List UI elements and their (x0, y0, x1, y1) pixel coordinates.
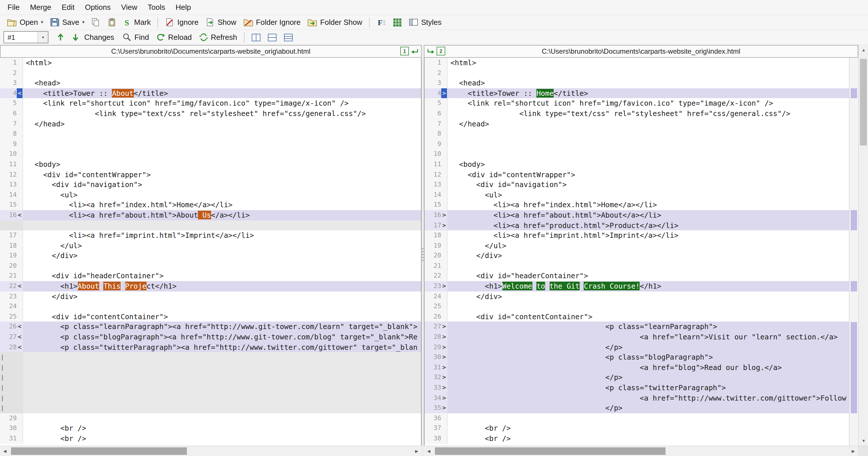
filter-button[interactable]: F (373, 15, 389, 29)
scroll-up-icon[interactable]: ▲ (859, 45, 868, 55)
menu-help[interactable]: Help (170, 1, 196, 14)
code-line[interactable]: 7 </head> (425, 119, 849, 129)
scroll-right-icon[interactable]: ▶ (412, 446, 422, 456)
layout-horizontal-button[interactable] (264, 30, 280, 44)
combo-dropdown-icon[interactable]: ▾ (37, 32, 48, 43)
code-line[interactable]: 4< <title>Tower :: About</title> (0, 88, 421, 98)
code-line[interactable]: 26 <div id="contentContainer"> (425, 312, 849, 322)
code-line[interactable]: 9 (425, 139, 849, 149)
code-line[interactable]: 38 <br /> (425, 433, 849, 444)
code-line[interactable]: 16< <li><a href="about.html">About Us</a… (0, 210, 421, 220)
right-file-header[interactable]: 2 C:\Users\brunobrito\Documents\carparts… (424, 45, 858, 58)
vertical-scrollbar[interactable]: ▲ ▼ (858, 45, 868, 446)
menu-options[interactable]: Options (80, 1, 116, 14)
right-horizontal-scrollbar[interactable]: ◀ ▶ (424, 446, 858, 456)
show-button[interactable]: Show (202, 15, 240, 29)
code-line[interactable]: 9 (0, 139, 421, 149)
code-line[interactable]: 14 <ul> (425, 190, 849, 200)
code-line[interactable]: 1<html> (0, 58, 421, 68)
code-line[interactable]: 2 (425, 68, 849, 78)
code-line[interactable]: 3 <head> (425, 78, 849, 88)
right-editor-pane[interactable]: 1<html>23 <head>4> <title>Tower :: Home<… (424, 58, 849, 446)
code-line[interactable]: 4> <title>Tower :: Home</title> (425, 88, 849, 98)
vscroll-thumb[interactable] (860, 59, 867, 145)
code-line[interactable]: 2 (0, 68, 421, 78)
code-line[interactable]: 21 (425, 261, 849, 271)
code-line[interactable]: 13 <div id="navigation"> (0, 179, 421, 190)
find-button[interactable]: Find (119, 30, 153, 44)
code-line[interactable]: 8 (425, 129, 849, 139)
menu-file[interactable]: File (2, 1, 25, 14)
code-line[interactable]: 25 (425, 302, 849, 312)
left-hscroll-thumb[interactable] (11, 447, 187, 455)
code-line[interactable]: 3 <head> (0, 78, 421, 88)
left-file-header[interactable]: C:\Users\brunobrito\Documents\carparts-w… (0, 45, 422, 58)
next-change-button[interactable] (68, 30, 83, 44)
code-line[interactable]: 19 </div> (0, 251, 421, 261)
paste-button[interactable] (104, 15, 120, 29)
code-line[interactable]: 22< <h1>About This Project</h1> (0, 281, 421, 291)
code-line[interactable]: 1<html> (425, 58, 849, 68)
code-line[interactable]: 12 <div id="contentWrapper"> (0, 169, 421, 179)
code-line[interactable]: 5 <link rel="shortcut icon" href="img/fa… (0, 98, 421, 109)
gap-line[interactable]: | (0, 383, 421, 393)
code-line[interactable]: 17 <li><a href="imprint.html">Imprint</a… (0, 230, 421, 240)
code-line[interactable]: 15 <li><a href="index.html">Home</a></li… (425, 200, 849, 210)
pane-splitter[interactable] (422, 58, 424, 446)
styles-button[interactable]: Styles (405, 15, 445, 29)
scroll-down-icon[interactable]: ▼ (859, 436, 868, 446)
code-line[interactable]: 23> <h1>Welcome to the Git Crash Course!… (425, 281, 849, 291)
code-line[interactable]: 18 <li><a href="imprint.html">Imprint</a… (425, 230, 849, 240)
copy-button[interactable] (88, 15, 104, 29)
code-line[interactable]: 34> <a href="http://www.twitter.com/gitt… (425, 393, 849, 403)
code-line[interactable]: 11 <body> (425, 159, 849, 169)
code-line[interactable]: 24 (0, 302, 421, 312)
open-button[interactable]: Open ▾ (3, 15, 47, 29)
grid-button[interactable] (389, 15, 405, 29)
code-line[interactable]: 16> <li><a href="about.html">About</a></… (425, 210, 849, 220)
ignore-button[interactable]: Ignore (162, 15, 202, 29)
code-line[interactable]: 21 <div id="headerContainer"> (0, 271, 421, 281)
scroll-right-icon[interactable]: ▶ (848, 446, 858, 456)
prev-change-button[interactable] (53, 30, 68, 44)
code-line[interactable]: 26< <p class="learnParagraph"><a href="h… (0, 322, 421, 332)
gap-line[interactable]: | (0, 373, 421, 383)
layout-mixed-button[interactable] (280, 30, 297, 44)
code-line[interactable]: 18 </ul> (0, 240, 421, 251)
diff-number-combobox[interactable]: #1 ▾ (3, 31, 49, 43)
left-horizontal-scrollbar[interactable]: ◀ ▶ (0, 446, 422, 456)
code-line[interactable]: 29> </p> (425, 342, 849, 352)
folder-ignore-button[interactable]: Folder Ignore (240, 15, 304, 29)
gap-line[interactable]: | (0, 363, 421, 373)
code-line[interactable]: 13 <div id="navigation"> (425, 179, 849, 190)
menu-merge[interactable]: Merge (25, 1, 57, 14)
code-line[interactable]: 12 <div id="contentWrapper"> (425, 169, 849, 179)
scroll-left-icon[interactable]: ◀ (424, 446, 434, 456)
scroll-left-icon[interactable]: ◀ (0, 446, 10, 456)
right-hscroll-thumb[interactable] (435, 447, 665, 455)
menu-view[interactable]: View (116, 1, 143, 14)
gap-line[interactable] (0, 220, 421, 230)
code-line[interactable]: 31 <br /> (0, 433, 421, 444)
code-line[interactable]: 33> <p class="twitterParagraph"> (425, 383, 849, 393)
gap-line[interactable]: | (0, 352, 421, 362)
code-line[interactable]: 32> </p> (425, 373, 849, 383)
menu-tools[interactable]: Tools (143, 1, 170, 14)
code-line[interactable]: 31> <a href="blog">Read our blog.</a> (425, 363, 849, 373)
diff-location-strip[interactable] (849, 58, 858, 446)
code-line[interactable]: 30 <br /> (0, 423, 421, 433)
code-line[interactable]: 10 (425, 149, 849, 159)
code-line[interactable]: 6 <link type="text/css" rel="stylesheet"… (0, 109, 421, 119)
open-dropdown-icon[interactable]: ▾ (41, 20, 43, 25)
layout-vertical-button[interactable] (248, 30, 264, 44)
save-button[interactable]: Save ▾ (47, 15, 88, 29)
code-line[interactable]: 25 <div id="contentContainer"> (0, 312, 421, 322)
gap-line[interactable]: | (0, 393, 421, 403)
code-line[interactable]: 35> </p> (425, 403, 849, 413)
code-line[interactable]: 6 <link type="text/css" rel="stylesheet"… (425, 109, 849, 119)
code-line[interactable]: 15 <li><a href="index.html">Home</a></li… (0, 200, 421, 210)
code-line[interactable]: 14 <ul> (0, 190, 421, 200)
code-line[interactable]: 19 </ul> (425, 240, 849, 251)
code-line[interactable]: 37 <br /> (425, 423, 849, 433)
code-line[interactable]: 28< <p class="twitterParagraph"><a href=… (0, 342, 421, 352)
